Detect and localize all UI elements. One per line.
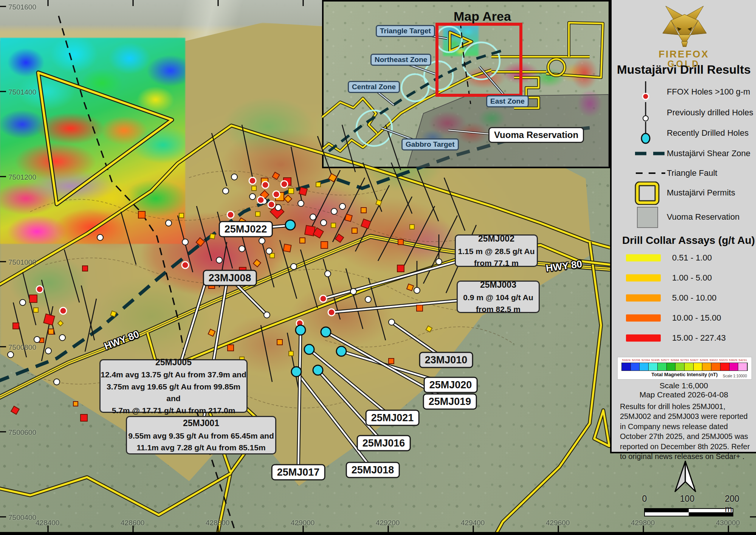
legend-item-prev-hole: Previously drilled Holes <box>612 105 756 120</box>
x-axis-label: 430000 <box>716 519 740 527</box>
zone-label-gabbro-target: Gabbro Target <box>401 138 459 150</box>
assay-callout-25mj005: 25MJ00512.4m avg 13.75 g/t Au from 37.9m… <box>99 359 248 413</box>
legend-item-vuoma: Vuoma Reservation <box>612 209 756 225</box>
colorbar-value: 52753 <box>680 358 689 362</box>
legend-item-label: Mustajärvi Shear Zone <box>667 149 750 158</box>
colorbar-value: 52394 <box>641 358 651 362</box>
vuoma-icon <box>634 206 661 228</box>
scalebar-number: 200 m <box>725 494 746 514</box>
hole-callout-25mj018: 25MJ018 <box>346 462 400 478</box>
map-area-extent-rectangle <box>435 23 522 97</box>
colorbar-cell <box>711 363 720 371</box>
colorbar-cell <box>675 363 685 371</box>
colorbar-cell <box>640 363 649 371</box>
zone-label-east-zone: East Zone <box>486 95 529 107</box>
colorbar-cell <box>720 363 730 371</box>
assay-callout-line: 3.75m avg 19.65 g/t Au from 99.85m and <box>101 381 246 405</box>
fault-icon <box>634 162 661 185</box>
colorbar-value: 53022 <box>709 358 719 362</box>
map-scale-text: Scale 1:6,000 <box>612 381 756 390</box>
assay-swatch <box>626 274 661 282</box>
zone-label-central-zone: Central Zone <box>348 81 400 93</box>
colorbar-cell <box>730 363 739 371</box>
assay-callout-25mj002: 25MJ0021.15 m @ 28.5 g/t Aufrom 77.1 m <box>455 234 538 267</box>
legend-item-label: Recently Drilled Holes <box>667 128 748 138</box>
prev-hole-icon <box>634 101 661 124</box>
scalebar-number: 0 <box>642 494 647 504</box>
assay-callout-line: 5.7m @ 17.71 g/t Au from 217.0m <box>101 405 246 417</box>
assay-range-label: 5.00 - 10.00 <box>672 293 716 303</box>
scale-bar <box>644 508 733 516</box>
legend-item-label: Previously drilled Holes <box>667 108 753 118</box>
assay-callout-line: 25MJ003 <box>458 278 539 292</box>
hole-callout-25mj022: 25MJ022 <box>219 221 273 237</box>
colorbar-cell <box>667 363 676 371</box>
scalebar-number: 100 <box>680 494 694 504</box>
y-axis-label: 7501200 <box>8 173 36 181</box>
hole-callout-23mj010: 23MJ010 <box>419 352 473 368</box>
results-notes: Results for drill holes 25MJ001, 25MJ002… <box>620 402 750 461</box>
assay-callout-line: 0.9 m @ 104 g/t Au <box>458 292 539 304</box>
legend-item-label: Vuoma Reservation <box>667 212 739 222</box>
legend-item-ffox-hole: FFOX Holes >100 g-m <box>612 84 756 99</box>
overview-title: Map Area <box>454 9 511 24</box>
colorbar-cell <box>694 363 703 371</box>
assay-row: 0.51 - 1.00 <box>612 252 756 264</box>
brand-name: FIREFOX <box>612 48 756 60</box>
assay-callout-line: 25MJ002 <box>456 232 537 245</box>
colorbar-value: 52206 <box>631 358 641 362</box>
x-axis-label: 428800 <box>206 519 229 527</box>
colorbar-value: 52495 <box>651 358 660 362</box>
assays-header: Drill Collar Assays (g/t Au) <box>622 234 755 247</box>
assay-swatch <box>626 295 661 302</box>
legend-item-label: FFOX Holes >100 g-m <box>667 87 750 97</box>
hole-callout-25mj020: 25MJ020 <box>424 377 478 393</box>
hole-callout-25mj021: 25MJ021 <box>366 410 420 426</box>
colorbar-value: 53223 <box>719 358 728 362</box>
assay-range-label: 0.51 - 1.00 <box>672 253 712 263</box>
assay-callout-line: from 82.5 m <box>458 303 539 315</box>
north-arrow-icon <box>669 461 702 494</box>
colorbar-value: 51624 <box>621 358 631 362</box>
y-axis-label: 7500600 <box>8 428 36 437</box>
hole-callout-23mj008: 23MJ008 <box>203 270 257 286</box>
assay-range-label: 10.00 - 15.00 <box>672 313 721 323</box>
assay-callout-line: 25MJ001 <box>127 417 275 430</box>
colorbar-cell <box>702 363 711 371</box>
colorbar-cells <box>621 363 748 371</box>
shear-icon <box>634 142 661 165</box>
x-axis-label: 429200 <box>376 519 400 527</box>
x-axis-label: 429400 <box>461 519 485 527</box>
zone-label-northeast-zone: Northeast Zone <box>370 54 431 66</box>
assay-range-label: 1.00 - 5.00 <box>672 273 712 283</box>
colorbar-cell <box>649 363 658 371</box>
permit-icon <box>634 181 661 204</box>
assay-swatch <box>626 315 661 322</box>
legend-item-label: Triangle Fault <box>667 168 717 178</box>
assay-swatch <box>626 335 661 342</box>
map-bottom-border <box>0 532 756 535</box>
assay-callout-line: 1.15 m @ 28.5 g/t Au <box>456 245 537 257</box>
y-axis-label: 7501600 <box>8 3 36 11</box>
hole-callout-25mj019: 25MJ019 <box>423 394 477 410</box>
colorbar-value: 54231 <box>738 358 748 362</box>
colorbar-value: 52905 <box>699 358 709 362</box>
assay-callout-25mj003: 25MJ0030.9 m @ 104 g/t Aufrom 82.5 m <box>457 281 540 313</box>
assay-callout-25mj001: 25MJ0019.55m avg 9.35 g/t Au from 65.45m… <box>126 416 276 454</box>
colorbar-scale-note: Scale 1:10000 <box>723 374 747 378</box>
assay-swatch <box>626 254 661 262</box>
assay-callout-line: 25MJ005 <box>101 356 246 369</box>
x-axis-label: 429800 <box>631 519 655 527</box>
colorbar-cell <box>685 363 694 371</box>
x-axis-label: 429600 <box>546 519 570 527</box>
colorbar-cell <box>622 363 631 371</box>
assay-callout-line: 12.4m avg 13.75 g/t Au from 37.9m and <box>101 369 246 381</box>
y-axis-label: 7501400 <box>8 88 36 96</box>
colorbar-cell <box>658 363 667 371</box>
assay-callout-line: 11.1m avg 7.28 g/t Au from 85.15m <box>127 442 275 454</box>
colorbar-values: 5162452206523945249552577526685275352827… <box>621 358 748 362</box>
vuoma-reservation-label: Vuoma Reservation <box>488 127 584 143</box>
panel-title: Mustajärvi Drill Results <box>612 63 756 77</box>
assay-row: 10.00 - 15.00 <box>612 312 756 324</box>
x-axis-label: 429000 <box>291 519 314 527</box>
